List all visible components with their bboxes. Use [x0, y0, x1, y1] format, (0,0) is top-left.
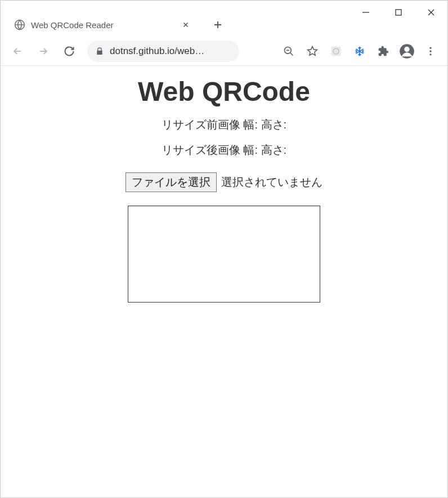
extension-icon-1[interactable]	[325, 40, 347, 63]
new-tab-button[interactable]	[208, 15, 228, 35]
web-qrcode-page: Web QRCode リサイズ前画像 幅: 高さ: リサイズ後画像 幅: 高さ:…	[1, 76, 447, 303]
svg-point-7	[404, 46, 409, 51]
url-text: dotnsf.github.io/web…	[110, 46, 231, 57]
svg-point-8	[429, 47, 431, 48]
lock-icon	[95, 47, 104, 56]
zoom-out-button[interactable]	[277, 40, 300, 63]
resize-after-text: リサイズ後画像 幅: 高さ:	[1, 143, 447, 158]
svg-point-9	[429, 50, 431, 52]
tab-strip: Web QRCode Reader	[6, 13, 228, 37]
globe-icon	[14, 19, 25, 30]
browser-tab[interactable]: Web QRCode Reader	[6, 13, 198, 37]
maximize-button[interactable]	[382, 1, 415, 24]
back-button[interactable]	[6, 40, 29, 63]
snowflake-extension-icon[interactable]	[348, 40, 371, 63]
file-status-text: 選択されていません	[221, 175, 322, 190]
address-bar[interactable]: dotnsf.github.io/web…	[87, 41, 239, 62]
reload-button[interactable]	[58, 40, 80, 63]
window-titlebar: Web QRCode Reader	[1, 1, 447, 24]
browser-toolbar: dotnsf.github.io/web…	[1, 37, 447, 66]
window-controls	[350, 1, 447, 24]
bookmark-button[interactable]	[301, 40, 324, 63]
tab-title: Web QRCode Reader	[31, 20, 176, 30]
extensions-button[interactable]	[372, 40, 395, 63]
svg-rect-4	[331, 46, 341, 56]
page-title: Web QRCode	[1, 76, 447, 107]
profile-avatar[interactable]	[396, 40, 418, 63]
chrome-menu-button[interactable]	[419, 40, 442, 63]
page-content: Web QRCode リサイズ前画像 幅: 高さ: リサイズ後画像 幅: 高さ:…	[1, 66, 447, 497]
toolbar-right	[277, 40, 442, 63]
preview-box	[128, 206, 320, 303]
svg-rect-2	[396, 10, 401, 15]
close-window-button[interactable]	[415, 1, 447, 24]
browser-window: Web QRCode Reader	[0, 0, 448, 498]
svg-point-10	[429, 54, 431, 55]
minimize-button[interactable]	[350, 1, 382, 24]
file-select-button[interactable]: ファイルを選択	[126, 172, 217, 192]
resize-before-text: リサイズ前画像 幅: 高さ:	[1, 117, 447, 132]
close-tab-icon[interactable]	[182, 21, 190, 29]
file-input-row: ファイルを選択 選択されていません	[1, 172, 447, 192]
forward-button[interactable]	[32, 40, 55, 63]
